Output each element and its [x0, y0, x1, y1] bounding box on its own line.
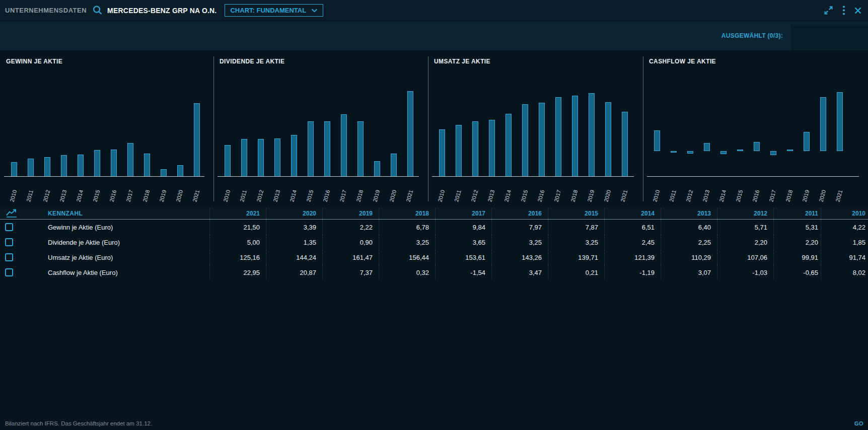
bar-2019 [161, 169, 167, 177]
value-cell: 110,29 [661, 250, 717, 265]
x-label-2015: 2015 [305, 189, 314, 203]
topbar: UNTERNEHMENSDATEN MERCEDES-BENZ GRP NA O… [0, 0, 868, 21]
year-header-2013: 2013 [661, 207, 717, 219]
bar-2013 [489, 120, 495, 177]
x-label-2021: 2021 [834, 189, 843, 203]
chart-plot [643, 67, 868, 177]
value-cell: 7,97 [491, 220, 548, 235]
bar-2015 [94, 150, 100, 177]
value-cell: 0,21 [548, 265, 604, 280]
checkbox[interactable] [5, 238, 13, 246]
value-cell: 3,25 [548, 235, 604, 250]
x-label-2018: 2018 [141, 189, 151, 203]
x-label-2019: 2019 [586, 189, 595, 203]
value-cell: 7,87 [548, 220, 604, 235]
search-icon[interactable] [92, 5, 103, 16]
checkbox[interactable] [5, 268, 13, 276]
bar-2015 [308, 121, 314, 177]
go-logo[interactable]: GO [854, 420, 863, 426]
line-chart-icon[interactable] [0, 209, 30, 218]
x-label-2018: 2018 [569, 189, 578, 203]
bar-2014 [78, 155, 84, 177]
selection-band: AUSGEWÄHLT (0/3): [0, 21, 868, 50]
bar-2017 [127, 143, 133, 177]
bar-2014 [720, 151, 727, 154]
x-label-2017: 2017 [553, 189, 562, 203]
year-header-2019: 2019 [322, 207, 379, 219]
value-cell: -1,03 [717, 265, 773, 280]
bar-2019 [804, 132, 810, 151]
x-label-2014: 2014 [503, 189, 512, 203]
x-label-2011: 2011 [25, 189, 34, 202]
year-header-2020: 2020 [266, 207, 322, 219]
year-header-2021: 2021 [209, 207, 266, 219]
value-cell: 2,20 [717, 235, 773, 250]
value-cell: 5,71 [717, 220, 773, 235]
x-label-2016: 2016 [322, 189, 331, 203]
chart-plot [428, 67, 643, 177]
bar-2016 [754, 142, 760, 151]
bar-2012 [258, 139, 264, 177]
x-label-2017: 2017 [338, 189, 347, 203]
value-cell: 7,37 [322, 265, 379, 280]
bar-2015 [522, 104, 528, 177]
x-label-2010: 2010 [652, 189, 661, 203]
bar-2011 [28, 159, 34, 177]
year-header-2018: 2018 [379, 207, 435, 219]
kebab-menu-icon[interactable] [842, 5, 845, 16]
chart-title: GEWINN JE AKTIE [6, 58, 213, 66]
bar-2018 [144, 154, 150, 177]
bar-2010 [11, 162, 17, 177]
x-axis-labels: 2010201120122013201420152016201720182019… [0, 177, 213, 203]
bar-2011 [456, 125, 462, 177]
x-label-2011: 2011 [668, 189, 677, 202]
bar-2020 [177, 165, 183, 177]
value-cell: 9,84 [435, 220, 491, 235]
value-cell: -0,65 [773, 265, 821, 280]
x-label-2015: 2015 [520, 189, 529, 203]
bar-2017 [341, 114, 347, 177]
bar-2013 [274, 138, 280, 177]
x-label-2019: 2019 [801, 189, 810, 203]
value-cell: 2,45 [604, 235, 661, 250]
bar-2020 [605, 102, 611, 177]
x-label-2016: 2016 [536, 189, 545, 203]
value-cell: 4,22 [821, 220, 868, 235]
x-label-2014: 2014 [288, 189, 298, 203]
value-cell: 6,40 [661, 220, 717, 235]
bar-2021 [622, 112, 628, 177]
bar-2016 [324, 121, 330, 177]
checkbox[interactable] [5, 253, 13, 261]
row-checkbox-cell [0, 223, 30, 231]
x-label-2014: 2014 [75, 189, 84, 203]
bar-2012 [44, 157, 50, 177]
table-row-4: Cashflow je Aktie (Euro)22,9520,877,370,… [0, 265, 868, 280]
bar-2015 [737, 150, 743, 151]
x-label-2018: 2018 [784, 189, 793, 203]
value-cell: 0,90 [322, 235, 379, 250]
x-label-2018: 2018 [355, 189, 364, 203]
x-label-2019: 2019 [372, 189, 381, 203]
checkbox[interactable] [5, 223, 13, 231]
x-label-2010: 2010 [437, 189, 446, 203]
bar-2018 [357, 121, 364, 177]
expand-icon[interactable] [823, 5, 834, 16]
bar-2013 [704, 143, 710, 151]
chart-panel-4: CASHFLOW JE AKTIE20102011201220132014201… [643, 50, 868, 205]
charts-section: GEWINN JE AKTIE2010201120122013201420152… [0, 50, 868, 205]
value-cell: 3,25 [491, 235, 548, 250]
chart-title: DIVIDENDE JE AKTIE [220, 58, 428, 66]
row-checkbox-cell [0, 253, 30, 261]
value-cell: 156,44 [379, 250, 435, 265]
chart-type-dropdown[interactable]: CHART: FUNDAMENTAL [225, 4, 323, 17]
x-label-2020: 2020 [603, 189, 612, 203]
value-cell: 1,35 [266, 235, 322, 250]
security-title[interactable]: MERCEDES-BENZ GRP NA O.N. [107, 7, 216, 15]
bar-2016 [111, 150, 117, 177]
bar-2014 [505, 114, 512, 177]
bar-2016 [539, 103, 545, 177]
year-header-2014: 2014 [604, 207, 661, 219]
value-cell: 161,47 [322, 250, 379, 265]
close-icon[interactable] [854, 7, 862, 15]
x-label-2021: 2021 [405, 189, 414, 203]
